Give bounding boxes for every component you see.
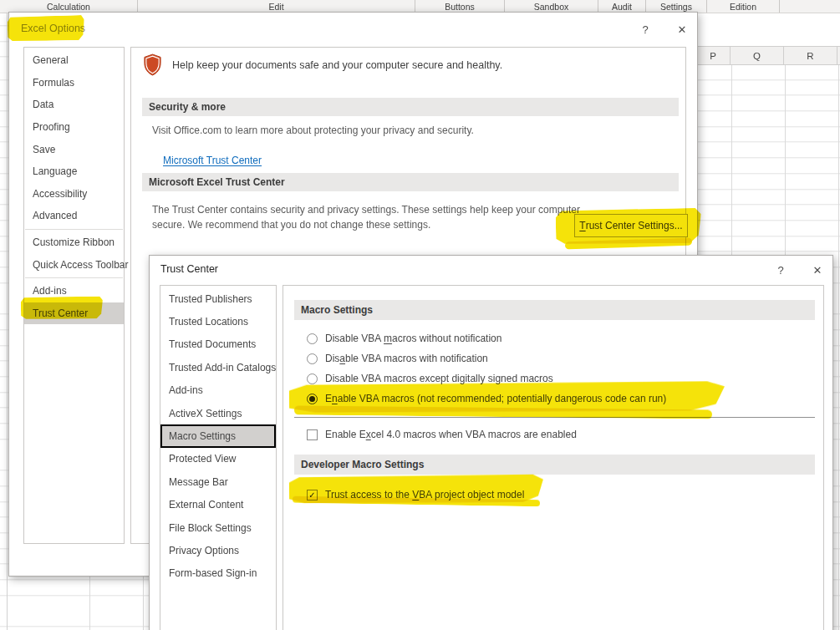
sidebar-item-quick-access-toolbar[interactable]: Quick Access Toolbar [24,253,124,276]
highlight-trust-center-item [21,296,103,319]
sidebar-separator [25,229,123,230]
tc-item-form-based-sign-in[interactable]: Form-based Sign-in [160,562,276,585]
tc-item-message-bar[interactable]: Message Bar [160,470,276,493]
security-intro: Help keep your documents safe and your c… [143,53,502,76]
close-icon[interactable]: ✕ [671,21,693,38]
tc-item-trusted-publishers[interactable]: Trusted Publishers [160,287,276,310]
radio-icon[interactable] [307,333,318,344]
tc-item-privacy-options[interactable]: Privacy Options [160,539,276,561]
section-header-macro-settings: Macro Settings [294,300,815,320]
row-header-border [7,13,8,630]
sidebar-item-advanced[interactable]: Advanced [24,205,124,227]
ribbon-tab-audit[interactable]: Audit [598,0,646,13]
ribbon-tab-buttons[interactable]: Buttons [415,0,505,13]
sidebar-item-formulas[interactable]: Formulas [24,72,124,94]
label-pre: Dis [325,353,339,364]
radio-icon[interactable] [307,353,318,364]
checkbox-label: Enable Excel 4.0 macros when VBA macros … [325,429,577,440]
label-post: ble VBA macros with notification [345,353,488,364]
sidebar-item-proofing[interactable]: Proofing [24,116,124,139]
tc-item-activex-settings[interactable]: ActiveX Settings [160,402,276,424]
checkbox-unchecked-icon[interactable] [307,429,318,440]
column-header-row: P Q R [696,46,840,65]
sidebar-item-language[interactable]: Language [24,160,124,183]
label-pre: Disable VBA [325,333,384,344]
tc-item-trusted-add-in-catalogs[interactable]: Trusted Add-in Catalogs [160,356,276,379]
close-icon[interactable]: ✕ [807,262,828,278]
sidebar-item-customize-ribbon[interactable]: Customize Ribbon [24,231,124,254]
section-header-developer-macro-settings: Developer Macro Settings [294,455,815,475]
excel-options-sidebar: General Formulas Data Proofing Save Lang… [23,47,125,544]
section-header-excel-trust-center: Microsoft Excel Trust Center [142,173,679,191]
highlight-excel-options-title [8,15,85,42]
tc-item-external-content[interactable]: External Content [160,494,276,516]
tc-item-trusted-documents[interactable]: Trusted Documents [160,333,276,356]
label-pre: Enable E [325,429,366,440]
radio-icon[interactable] [307,373,318,384]
sidebar-item-save[interactable]: Save [24,138,124,160]
security-intro-text: Help keep your documents safe and your c… [172,59,502,71]
label-pre: Disable VBA macros except digitally sign… [325,373,553,384]
excel-window: Calculation Edit Buttons Sandbox Audit S… [0,0,840,630]
sidebar-item-general[interactable]: General [24,49,124,72]
column-header-r[interactable]: R [784,47,837,64]
ribbon-tab-settings[interactable]: Settings [646,0,707,13]
trust-center-dialog: Trust Center ? ✕ Trusted Publishers Trus… [149,255,833,630]
macro-settings-panel: Macro Settings Disable VBA macros withou… [283,285,824,630]
sidebar-separator [25,277,123,278]
microsoft-trust-center-link[interactable]: Microsoft Trust Center [163,155,262,166]
label-mnemonic: m [384,333,392,344]
trust-center-dialog-title: Trust Center [160,263,218,275]
ribbon-tab-calculation[interactable]: Calculation [0,0,138,13]
ribbon-tab-edition[interactable]: Edition [707,0,780,13]
security-shield-icon [143,53,162,76]
radio-label: Disable VBA macros except digitally sign… [325,373,553,384]
radio-option-disable-with-notification[interactable]: Disable VBA macros with notification [307,348,488,368]
tc-item-file-block-settings[interactable]: File Block Settings [160,516,276,539]
help-icon[interactable]: ? [634,21,656,38]
radio-option-disable-without-notification[interactable]: Disable VBA macros without notification [307,328,501,348]
ribbon-tab-edit[interactable]: Edit [138,0,415,13]
column-header-q[interactable]: Q [731,47,784,64]
sidebar-item-data[interactable]: Data [24,94,124,116]
tc-item-protected-view[interactable]: Protected View [160,448,276,470]
trust-center-sidebar: Trusted Publishers Trusted Locations Tru… [160,285,277,630]
radio-label: Disable VBA macros with notification [325,353,488,364]
formula-bar-area [696,13,840,46]
tc-item-macro-settings[interactable]: Macro Settings [160,424,276,447]
label-post: cel 4.0 macros when VBA macros are enabl… [371,429,577,440]
section-header-security-and-more: Security & more [142,98,679,116]
ribbon-tab-sandbox[interactable]: Sandbox [505,0,598,13]
radio-label: Disable VBA macros without notification [325,333,501,344]
help-icon[interactable]: ? [770,262,792,278]
ribbon-tab-empty [780,0,840,13]
trust-center-description: The Trust Center contains security and p… [152,203,587,232]
tc-item-add-ins[interactable]: Add-ins [160,379,276,402]
column-header-p[interactable]: P [696,47,731,64]
checkbox-enable-excel4-macros[interactable]: Enable Excel 4.0 macros when VBA macros … [307,424,577,445]
tc-item-trusted-locations[interactable]: Trusted Locations [160,310,276,333]
label-post: acros without notification [392,333,501,344]
security-more-text: Visit Office.com to learn more about pro… [152,124,474,136]
sidebar-item-accessibility[interactable]: Accessibility [24,183,124,206]
